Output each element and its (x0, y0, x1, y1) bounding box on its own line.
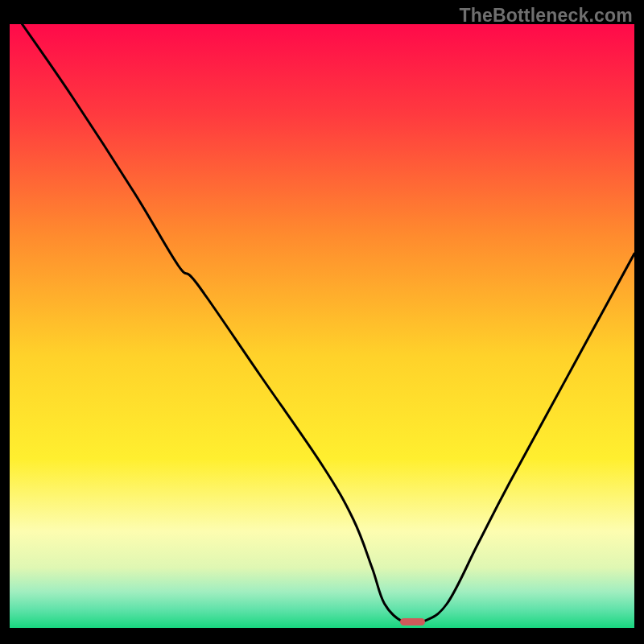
watermark-label: TheBottleneck.com (459, 5, 633, 27)
plot-area (10, 24, 634, 628)
chart-container: TheBottleneck.com (0, 0, 644, 644)
bottleneck-curve (10, 24, 634, 628)
optimal-marker (400, 618, 425, 625)
